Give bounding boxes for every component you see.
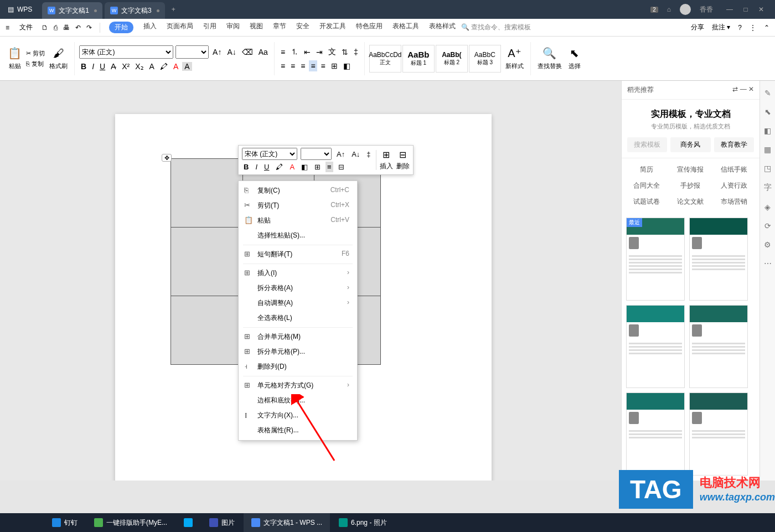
print-preview-icon[interactable]: ⎙ [54, 24, 58, 32]
text-effects-icon[interactable]: A [148, 61, 156, 72]
template-item[interactable] [689, 392, 748, 476]
tool-layers-icon[interactable]: ◧ [764, 126, 771, 135]
table-move-handle[interactable]: ✥ [162, 154, 172, 162]
close-button[interactable]: ✕ [754, 6, 768, 13]
italic-icon[interactable]: I [90, 61, 96, 72]
tab-table-tools[interactable]: 表格工具 [392, 22, 419, 33]
menu-split-cells[interactable]: ⊞拆分单元格(P)... [239, 344, 357, 359]
mini-font-size[interactable] [301, 148, 332, 160]
share-button[interactable]: 分享 [691, 23, 704, 32]
tab-page-layout[interactable]: 页面布局 [167, 22, 193, 33]
tab-references[interactable]: 引用 [203, 22, 216, 33]
mini-grow-font-icon[interactable]: A↑ [335, 149, 347, 159]
tab-education[interactable]: 教育教学 [714, 137, 754, 152]
shading-icon[interactable]: A [182, 62, 192, 71]
paste-icon[interactable]: 📋 [8, 47, 22, 60]
help-icon[interactable]: ? [738, 24, 742, 32]
taskbar-item-bird[interactable] [176, 513, 200, 532]
menu-cut[interactable]: ✂剪切(T)Ctrl+X [239, 198, 357, 213]
undo-icon[interactable]: ↶ [75, 24, 81, 32]
mini-delete-icon[interactable]: ⊟ [399, 149, 406, 160]
superscript-icon[interactable]: X² [120, 61, 131, 72]
menu-select-table[interactable]: 全选表格(L) [239, 311, 357, 326]
panel-close-icon[interactable]: ⇄ — ✕ [732, 85, 754, 95]
mini-bold-icon[interactable]: B [242, 162, 250, 172]
tool-camera-icon[interactable]: ◳ [764, 164, 771, 173]
comment-button[interactable]: 批注 ▾ [712, 23, 730, 32]
avatar[interactable] [680, 4, 691, 15]
line-spacing-icon[interactable]: ‡ [352, 47, 360, 58]
mini-border-icon[interactable]: ⊞ [313, 162, 322, 172]
change-case-icon[interactable]: Aa [257, 47, 270, 58]
document-canvas[interactable]: ✥ 历史 英语 数学 + [0, 81, 607, 481]
cat-handcopy[interactable]: 手抄报 [669, 178, 712, 194]
find-icon[interactable]: 🔍 [542, 47, 556, 60]
numbering-icon[interactable]: ⒈ [289, 46, 300, 58]
mini-insert-icon[interactable]: ⊞ [383, 149, 390, 160]
table-cell[interactable] [171, 228, 243, 296]
taskbar-item-dingtalk[interactable]: 钉钉 [44, 513, 85, 532]
tab-start[interactable]: 开始 [109, 22, 133, 33]
minimize-button[interactable]: — [722, 6, 737, 13]
template-item[interactable] [626, 305, 685, 388]
more-icon[interactable]: ⋮ [750, 24, 756, 32]
align-left-icon[interactable]: ≡ [279, 60, 287, 71]
border-icon[interactable]: ⊞ [329, 60, 339, 71]
tool-pin-icon[interactable]: ◈ [764, 203, 771, 211]
collapse-ribbon-icon[interactable]: ⌃ [764, 24, 769, 32]
template-item[interactable] [689, 305, 748, 388]
decrease-font-icon[interactable]: A↓ [225, 47, 237, 58]
menu-split-table[interactable]: 拆分表格(A) [239, 281, 357, 296]
cat-hr[interactable]: 人资行政 [712, 178, 756, 194]
mini-font-name[interactable]: 宋体 (正文) [242, 148, 297, 160]
tab-devtools[interactable]: 开发工具 [319, 22, 346, 33]
align-right-icon[interactable]: ≡ [299, 60, 307, 71]
menu-paste[interactable]: 📋粘贴Ctrl+V [239, 213, 357, 228]
align-justify-icon[interactable]: ≡ [309, 60, 317, 71]
style-normal[interactable]: AaBbCcDd正文 [369, 45, 401, 73]
underline-icon[interactable]: U [98, 61, 107, 72]
tab-security[interactable]: 安全 [296, 22, 309, 33]
search-box[interactable]: 🔍 查找命令、搜索模板 [461, 23, 531, 32]
template-item[interactable] [689, 218, 748, 301]
redo-icon[interactable]: ↷ [86, 24, 92, 32]
cut-button[interactable]: ✂ 剪切 [26, 49, 45, 58]
tool-grid-icon[interactable]: ▦ [764, 145, 771, 154]
increase-indent-icon[interactable]: ⇥ [314, 47, 324, 58]
bold-icon[interactable]: B [79, 61, 88, 72]
cat-poster[interactable]: 宣传海报 [669, 162, 712, 178]
shading-icon[interactable]: ◧ [342, 60, 352, 71]
maximize-button[interactable]: □ [739, 6, 752, 13]
tool-pencil-icon[interactable]: ✎ [764, 89, 771, 97]
menu-translate[interactable]: ⊞短句翻译(T)F6 [239, 247, 357, 262]
menu-cell-align[interactable]: ⊞单元格对齐方式(G) [239, 378, 357, 393]
mini-underline-icon[interactable]: U [262, 162, 271, 172]
font-size-select[interactable] [175, 45, 209, 59]
new-tab-button[interactable]: + [165, 6, 182, 13]
table-cell[interactable] [171, 296, 243, 365]
tab-insert[interactable]: 插入 [143, 22, 157, 33]
table-cell[interactable] [171, 159, 243, 228]
menu-copy[interactable]: ⎘复制(C)Ctrl+C [239, 183, 357, 198]
taskbar-item-wps[interactable]: 文字文稿1 - WPS ... [244, 513, 330, 532]
app-icon[interactable]: ⌂ [667, 6, 671, 13]
mini-highlight-icon[interactable]: 🖍 [274, 162, 285, 172]
tab-chapter[interactable]: 章节 [273, 22, 286, 33]
cat-letter[interactable]: 信纸手账 [712, 162, 756, 178]
select-icon[interactable]: ⬉ [570, 47, 579, 60]
menu-borders-shading[interactable]: 边框和底纹(B)... [239, 393, 357, 408]
strike-icon[interactable]: A̶ [109, 61, 118, 72]
tool-more-icon[interactable]: ⋯ [764, 259, 772, 268]
cat-thesis[interactable]: 论文文献 [669, 194, 712, 210]
subscript-icon[interactable]: X₂ [133, 61, 145, 72]
save-icon[interactable]: 🗋 [42, 24, 48, 32]
highlight-icon[interactable]: 🖍 [158, 61, 169, 72]
menu-insert[interactable]: ⊞插入(I) [239, 266, 357, 281]
taskbar-item-typeset[interactable]: 一键排版助手(MyE... [86, 513, 175, 532]
document-tab-1[interactable]: W 文字文稿1 [42, 2, 102, 19]
mini-shading-icon[interactable]: ◧ [299, 162, 309, 172]
tab-table-style[interactable]: 表格样式 [429, 22, 456, 33]
decrease-indent-icon[interactable]: ⇤ [302, 47, 312, 58]
template-item[interactable] [626, 392, 685, 476]
mini-merge-icon[interactable]: ⊟ [337, 162, 346, 172]
